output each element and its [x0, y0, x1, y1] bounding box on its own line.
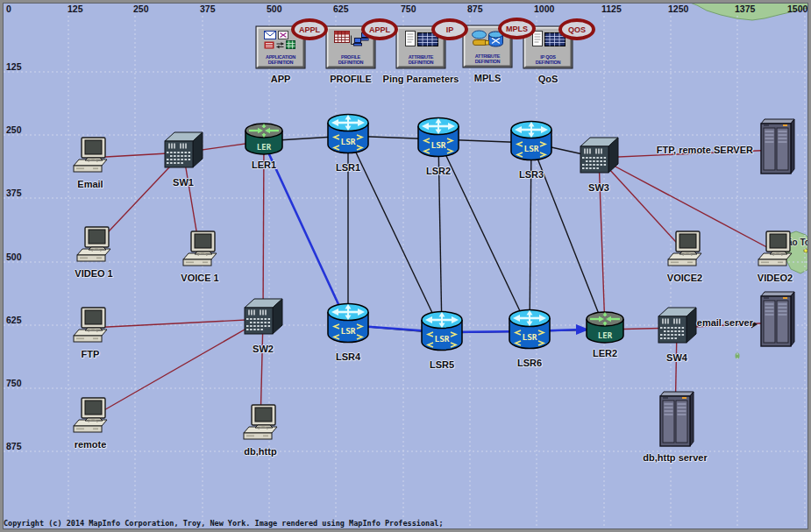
ruler-tick-1125: 1125 [601, 4, 622, 14]
workstation-icon [661, 230, 708, 270]
node-label-lsr2: LSR2 [426, 166, 451, 176]
ruler-tick-1375: 1375 [735, 4, 755, 14]
node-label-lsr4: LSR4 [336, 351, 360, 362]
node-label-sw3: SW3 [588, 182, 609, 193]
ruler-tick-875: 875 [467, 4, 483, 14]
node-label-ler2: LER2 [593, 348, 617, 358]
node-label-srv_db: db,http server [643, 452, 707, 463]
ler-router-icon: LER [243, 122, 285, 157]
lsr-router-icon: LSR [325, 301, 371, 345]
node-label-remote: remote [75, 439, 107, 450]
node-label-ftp: FTP [82, 349, 100, 359]
switch-icon [161, 131, 205, 171]
node-label-email: Email [77, 179, 103, 189]
node-label-dbhttp: db,http [244, 446, 276, 457]
server-tower-icon [756, 118, 796, 178]
ruler-tick-1000: 1000 [534, 4, 554, 14]
ruler-tick-625: 625 [6, 315, 22, 325]
node-label-lsr6: LSR6 [517, 358, 542, 368]
utility-label-profile: PROFILE [330, 74, 372, 84]
svg-text:LSR: LSR [430, 140, 445, 150]
ler-router-icon: LER [584, 310, 626, 345]
switch-icon [241, 297, 285, 337]
server-tower-icon [655, 391, 695, 450]
utility-badge-ping: IP [431, 18, 468, 40]
workstation-icon [751, 230, 799, 270]
svg-text:LER: LER [598, 331, 613, 340]
node-label-video2: VIDEO2 [758, 273, 793, 283]
workstation-icon [67, 136, 114, 176]
node-label-voice2: VOICE2 [667, 273, 702, 283]
opnet-workspace[interactable]: { "rulers": { "top": [ {"label":"0","x":… [0, 0, 811, 532]
switch-icon [577, 136, 621, 176]
ruler-tick-750: 750 [401, 4, 416, 14]
node-label-srv_email: email server [697, 317, 753, 328]
node-label-sw4: SW4 [666, 352, 687, 363]
ruler-tick-250: 250 [6, 124, 22, 135]
ruler-tick-500: 500 [267, 4, 282, 14]
node-label-voice1: VOICE 1 [181, 273, 218, 283]
utility-caption: APPLICATIONDEFINITION [266, 54, 295, 65]
node-label-ler1: LER1 [252, 160, 276, 170]
utility-label-mpls: MPLS [474, 73, 502, 83]
utility-caption: ATTRIBUTEDEFINITION [409, 54, 434, 65]
node-label-lsr5: LSR5 [430, 359, 454, 370]
node-label-sw1: SW1 [173, 177, 194, 188]
node-label-lsr3: LSR3 [519, 169, 544, 180]
workstation-icon [70, 225, 117, 266]
utility-caption: PROFILEDEFINITION [338, 54, 364, 65]
utility-badge-app: APPL [291, 18, 328, 40]
lsr-router-icon: LSR [507, 308, 552, 351]
lsr-router-icon: LSR [509, 119, 554, 163]
svg-text:LSR: LSR [523, 144, 538, 153]
node-label-video1: VIDEO 1 [75, 268, 112, 279]
utility-badge-mpls: MPLS [498, 18, 536, 39]
svg-text:LSR: LSR [522, 332, 537, 342]
utility-label-ping: Ping Parameters [383, 74, 459, 84]
svg-text:LSR: LSR [434, 334, 449, 344]
utility-caption: IP QOSDEFINITION [536, 54, 561, 65]
workstation-icon [176, 230, 224, 270]
ruler-tick-875: 875 [6, 441, 22, 451]
ruler-tick-250: 250 [133, 4, 149, 14]
utility-badge-profile: APPL [361, 18, 398, 40]
lsr-router-icon: LSR [416, 116, 461, 160]
svg-text:LER: LER [257, 143, 272, 152]
node-label-lsr1: LSR1 [336, 162, 360, 173]
utility-label-qos: QoS [538, 74, 558, 84]
server-tower-icon [756, 291, 796, 351]
svg-text:LSR: LSR [340, 137, 355, 146]
ruler-tick-375: 375 [6, 188, 22, 198]
switch-icon [655, 306, 699, 346]
node-label-sw2: SW2 [253, 344, 274, 354]
workstation-icon [67, 306, 114, 346]
lsr-router-icon: LSR [325, 112, 371, 156]
ruler-tick-625: 625 [333, 4, 349, 14]
utility-label-app: APP [271, 74, 291, 84]
node-label-srv_ftp: FTP, remote SERVER [657, 145, 753, 155]
topology-canvas[interactable]: Email VIDEO 1 VOICE 1 FTP remote db,http… [0, 0, 811, 532]
lsr-router-icon: LSR [419, 309, 465, 353]
map-copyright: Copyright (c) 2014 MapInfo Corporation, … [4, 497, 444, 532]
ruler-tick-500: 500 [6, 252, 22, 262]
svg-text:LSR: LSR [340, 326, 355, 336]
ruler-tick-1250: 1250 [668, 4, 688, 14]
utility-caption: ATTRIBUTEDEFINITION [475, 53, 501, 64]
ruler-tick-750: 750 [6, 378, 22, 388]
utility-badge-qos: QOS [558, 18, 595, 40]
workstation-icon [237, 403, 284, 443]
workstation-icon [67, 396, 114, 436]
ruler-tick-1500: 1500 [787, 4, 807, 14]
ruler-tick-0: 0 [6, 4, 11, 14]
ruler-tick-375: 375 [200, 4, 216, 14]
ruler-tick-125: 125 [6, 61, 22, 72]
copyright-line-1: Copyright (c) 2014 MapInfo Corporation, … [4, 518, 444, 528]
ruler-tick-125: 125 [68, 4, 83, 14]
